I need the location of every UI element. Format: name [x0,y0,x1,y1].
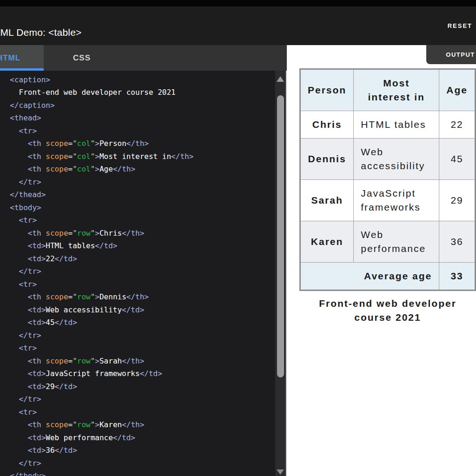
code-token-pl: Front-end web developer course 2021 [1,88,176,97]
code-token-qu: " [91,357,95,365]
code-token-qu: " [91,139,95,148]
code-token-qu: " [91,420,95,429]
code-line: </tr> [1,329,287,342]
code-token-pl: = [68,420,73,429]
code-token-pl: = [68,165,73,173]
code-token-pl [1,178,19,186]
code-token-qu: " [91,152,95,161]
code-line: </tr> [1,176,287,189]
code-token-pl [1,331,19,340]
code-token-tag: </caption> [10,101,54,110]
code-line: <th scope="col">Most interest in</th> [1,150,287,163]
row-header-name: Sarah [300,180,354,221]
code-line: </tr> [1,393,287,406]
code-token-tag: </tr> [19,395,41,403]
row-header-name: Chris [300,111,354,139]
code-token-pl [1,280,19,289]
scrollbar-down-arrow-icon[interactable] [277,469,284,475]
code-token-pl [1,113,10,122]
code-token-tag: </td> [55,318,77,327]
column-header-most-interest-in: Most interest in [354,69,439,111]
code-token-tag: > [95,229,99,238]
code-token-tag: <td> [28,241,46,250]
code-line: <tr> [1,214,287,227]
code-line: <thead> [1,112,287,125]
code-token-attr: scope [46,357,68,365]
code-line: </tr> [1,457,287,470]
column-header-person: Person [300,69,354,111]
code-token-tag: <td> [28,318,46,327]
code-token-pl: = [68,357,73,365]
editor-scrollbar[interactable] [275,71,286,476]
code-token-tag: <thead> [10,113,41,122]
code-token-tag: <tr> [19,408,37,416]
code-token-str: row [77,357,91,365]
code-line: <tr> [1,125,287,138]
scrollbar-up-arrow-icon[interactable] [277,76,284,82]
row-header-name: Karen [300,221,354,263]
code-token-tag: </td> [113,433,135,442]
table-caption: Front-end web developer course 2021 [299,291,476,330]
code-token-qu: " [91,229,95,238]
code-token-qu: " [73,139,77,148]
app-header: HTML Demo: <table> RESET [0,7,476,45]
cell-age: 22 [439,111,476,139]
code-token-tag: > [95,152,99,161]
code-token-tag: <tr> [19,216,37,225]
code-token-pl [1,408,19,416]
code-line: <tr> [1,342,287,355]
code-token-str: col [77,139,91,148]
code-token-attr: scope [46,165,68,173]
code-token-pl [1,126,19,135]
code-token-pl [1,395,19,403]
code-token-tag: <caption> [10,75,50,84]
code-token-str: col [77,152,91,161]
code-token-pl [41,139,46,148]
table-row: DennisWeb accessibility45 [300,139,476,180]
code-token-pl [1,267,19,276]
code-token-tag: > [95,357,99,365]
tab-css[interactable]: CSS [44,45,120,71]
table-body: ChrisHTML tables22DennisWeb accessibilit… [300,111,476,263]
tab-html-label: HTML [0,53,20,63]
code-line: <td>29</td> [1,380,287,393]
table-head: PersonMost interest inAge [300,69,476,111]
code-token-pl: Most interest in [99,152,171,161]
code-line: <th scope="row">Chris</th> [1,227,287,240]
code-token-pl: 45 [46,318,54,327]
code-line: <th scope="row">Sarah</th> [1,355,287,368]
code-token-pl [1,152,28,161]
code-token-tag: </td> [140,369,162,378]
code-line: </caption> [1,99,287,112]
code-line: <tr> [1,406,287,419]
scrollbar-thumb[interactable] [277,95,284,377]
row-header-name: Dennis [300,139,354,180]
code-editor[interactable]: <table> <caption> Front-end web develope… [0,71,287,476]
code-token-tag: </td> [55,382,77,391]
code-token-pl [1,459,19,468]
code-token-tag: <th [28,420,41,429]
code-token-tag: </th> [171,152,193,161]
code-token-pl [1,471,10,476]
tab-output[interactable]: OUTPUT [426,45,476,64]
window-top-strip [0,0,476,7]
code-token-tag: > [95,292,99,301]
code-line: </tbody> [1,469,287,476]
code-token-attr: scope [46,292,68,301]
output-panel: OUTPUT Front-end web developer course 20… [287,45,476,476]
code-token-tag: <th [28,152,41,161]
tab-output-label: OUTPUT [446,51,475,58]
tab-html[interactable]: HTML [0,45,44,71]
code-token-pl [1,75,10,84]
code-token-tag: </th> [122,357,144,365]
code-token-tag: </th> [126,139,149,148]
code-token-qu: " [91,165,95,173]
code-token-tag: <tr> [19,126,37,135]
code-line: <td>Web accessibility</td> [1,304,287,317]
code-token-pl [1,216,19,225]
code-token-qu: " [73,420,77,429]
reset-button[interactable]: RESET [445,7,475,45]
code-token-qu: " [73,165,77,173]
code-token-tag: <th [28,229,41,238]
code-lines[interactable]: <table> <caption> Front-end web develope… [0,71,287,476]
